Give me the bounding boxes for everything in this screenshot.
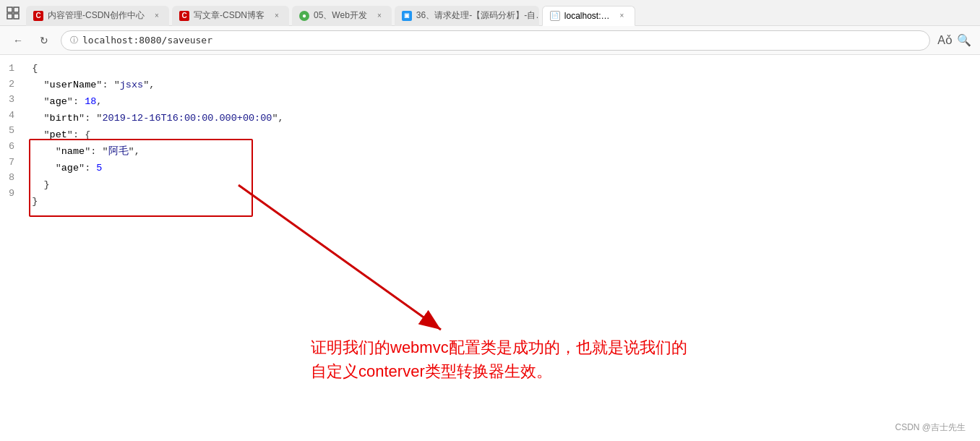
browser-tab-2[interactable]: C 写文章-CSDN博客 × [172, 6, 289, 26]
code-line-2: "userName": "jsxs", [32, 77, 283, 94]
browser-addressbar: ← ↻ ⓘ localhost:8080/saveuser Aǒ 🔍 [0, 26, 980, 55]
browser-content: 123456789 { "userName": "jsxs", "age": 1… [0, 55, 980, 441]
highlight-box [29, 139, 253, 217]
window-icon [6, 6, 20, 20]
browser-tab-5[interactable]: 📄 localhost:… × [542, 6, 635, 26]
reader-mode-icon[interactable]: Aǒ [937, 33, 953, 47]
tab4-label: 36、请求处理-【源码分析】-自… [416, 9, 539, 22]
tab1-label: 内容管理-CSDN创作中心 [48, 9, 145, 22]
svg-rect-0 [7, 7, 12, 12]
svg-rect-2 [7, 14, 12, 19]
browser-tab-1[interactable]: C 内容管理-CSDN创作中心 × [26, 6, 169, 26]
tab3-close[interactable]: × [374, 11, 384, 21]
annotation-text: 证明我们的webmvc配置类是成功的，也就是说我们的 自定义conterver类… [311, 335, 687, 383]
tab2-close[interactable]: × [272, 11, 282, 21]
address-lock-icon: ⓘ [70, 35, 78, 46]
annotation-line1: 证明我们的webmvc配置类是成功的，也就是说我们的 [311, 335, 687, 359]
tab2-label: 写文章-CSDN博客 [194, 9, 265, 22]
addressbar-right-controls: Aǒ 🔍 [937, 33, 971, 47]
code-line-1: { [32, 61, 283, 77]
browser-tab-4[interactable]: ▣ 36、请求处理-【源码分析】-自… × [395, 6, 539, 26]
reload-button[interactable]: ↻ [35, 31, 53, 50]
tab3-icon: ● [299, 11, 309, 21]
browser-titlebar: C 内容管理-CSDN创作中心 × C 写文章-CSDN博客 × ● 05、We… [0, 0, 980, 26]
address-text: localhost:8080/saveuser [82, 35, 212, 46]
zoom-icon[interactable]: 🔍 [957, 33, 971, 47]
tab3-label: 05、Web开发 [314, 9, 367, 22]
tab2-icon: C [179, 11, 189, 21]
tab5-icon: 📄 [550, 11, 560, 21]
json-code-block: 123456789 { "userName": "jsxs", "age": 1… [9, 61, 284, 210]
tab5-close[interactable]: × [617, 11, 627, 21]
back-button[interactable]: ← [9, 31, 27, 50]
line-numbers: 123456789 [9, 61, 14, 201]
tab1-icon: C [33, 11, 43, 21]
tab4-icon: ▣ [402, 11, 412, 21]
annotation-line2: 自定义conterver类型转换器生效。 [311, 359, 687, 383]
address-bar[interactable]: ⓘ localhost:8080/saveuser [61, 30, 930, 51]
tab1-close[interactable]: × [152, 11, 162, 21]
tab5-label: localhost:… [564, 11, 610, 21]
code-line-3: "age": 18, [32, 94, 283, 111]
browser-tab-3[interactable]: ● 05、Web开发 × [292, 6, 392, 26]
watermark: CSDN @吉士先生 [895, 421, 966, 434]
code-line-4: "birth": "2019-12-16T16:00:00.000+00:00"… [32, 111, 283, 127]
svg-rect-1 [14, 7, 19, 12]
svg-rect-3 [14, 14, 19, 19]
